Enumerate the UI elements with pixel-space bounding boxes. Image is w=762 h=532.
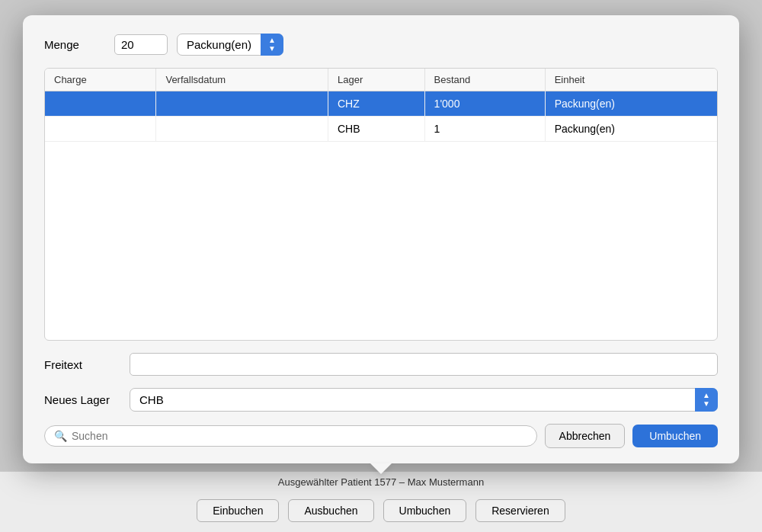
menge-input[interactable] <box>114 34 168 55</box>
reservieren-button[interactable]: Reservieren <box>475 499 565 522</box>
cell-einheit: Packung(en) <box>545 117 717 142</box>
table-row[interactable]: CHZ1'000Packung(en) <box>45 91 717 117</box>
dialog: Menge Packung(en) ▲ ▼ Charge Verfallsdat… <box>23 15 739 463</box>
freitext-input[interactable] <box>130 353 718 376</box>
cell-einheit: Packung(en) <box>545 91 717 117</box>
search-input[interactable] <box>72 430 527 442</box>
menge-row: Menge Packung(en) ▲ ▼ <box>44 34 718 56</box>
cell-bestand: 1'000 <box>424 91 545 117</box>
modal-overlay: Ausgewählter Patient 1577 – Max Musterma… <box>0 0 762 532</box>
freitext-row: Freitext <box>44 353 718 376</box>
cell-charge <box>45 91 156 117</box>
cell-lager: CHZ <box>328 91 424 117</box>
col-einheit: Einheit <box>545 69 717 91</box>
freitext-label: Freitext <box>44 358 120 371</box>
inventory-table: Charge Verfallsdatum Lager Bestand Einhe… <box>45 69 717 142</box>
packung-select-wrapper: Packung(en) ▲ ▼ <box>177 34 283 56</box>
search-wrapper[interactable]: 🔍 <box>44 425 537 447</box>
umbuchen-bottom-button[interactable]: Umbuchen <box>383 499 467 522</box>
cell-bestand: 1 <box>424 117 545 142</box>
dialog-arrow <box>370 463 392 474</box>
cell-verfallsdatum <box>156 117 328 142</box>
ausbuchen-button[interactable]: Ausbuchen <box>288 499 373 522</box>
abbrechen-button[interactable]: Abbrechen <box>545 424 626 448</box>
bottom-bar: Ausgewählter Patient 1577 – Max Musterma… <box>0 471 762 532</box>
patient-label: Ausgewählter Patient 1577 – Max Musterma… <box>278 476 484 488</box>
neues-lager-row: Neues Lager CHB CHZ ▲ ▼ <box>44 388 718 412</box>
col-verfallsdatum: Verfallsdatum <box>156 69 328 91</box>
col-bestand: Bestand <box>424 69 545 91</box>
packung-select[interactable]: Packung(en) <box>177 34 283 56</box>
cell-verfallsdatum <box>156 91 328 117</box>
inventory-table-container: Charge Verfallsdatum Lager Bestand Einhe… <box>44 68 718 341</box>
col-lager: Lager <box>328 69 424 91</box>
neues-lager-select[interactable]: CHB CHZ <box>130 388 718 412</box>
neues-lager-label: Neues Lager <box>44 393 120 406</box>
table-header-row: Charge Verfallsdatum Lager Bestand Einhe… <box>45 69 717 91</box>
neues-lager-select-wrapper: CHB CHZ ▲ ▼ <box>130 388 718 412</box>
cell-lager: CHB <box>328 117 424 142</box>
menge-label: Menge <box>44 38 105 51</box>
table-row[interactable]: CHB1Packung(en) <box>45 117 717 142</box>
search-icon: 🔍 <box>54 430 67 442</box>
cell-charge <box>45 117 156 142</box>
umbuchen-button[interactable]: Umbuchen <box>632 425 718 447</box>
action-row: 🔍 Abbrechen Umbuchen <box>44 424 718 448</box>
einbuchen-button[interactable]: Einbuchen <box>197 499 279 522</box>
col-charge: Charge <box>45 69 156 91</box>
